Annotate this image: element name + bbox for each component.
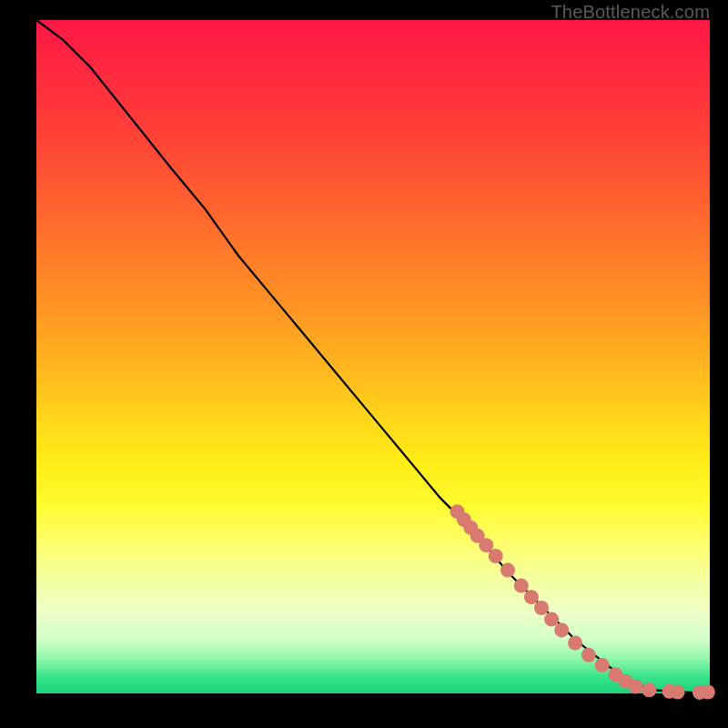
data-marker xyxy=(701,685,715,700)
curve-path xyxy=(36,20,710,693)
data-marker xyxy=(581,648,596,662)
data-marker xyxy=(500,563,515,578)
data-marker xyxy=(568,636,582,651)
plot-area xyxy=(36,20,710,693)
data-marker xyxy=(629,680,643,694)
data-marker xyxy=(642,682,656,697)
markers-group xyxy=(450,504,715,700)
data-marker xyxy=(489,549,503,563)
data-marker xyxy=(595,658,610,672)
data-marker xyxy=(670,685,684,700)
data-marker xyxy=(554,622,569,637)
data-marker xyxy=(534,601,549,615)
chart-svg xyxy=(36,20,710,693)
data-marker xyxy=(544,612,559,627)
chart-frame: TheBottleneck.com xyxy=(0,0,728,728)
data-marker xyxy=(524,590,539,604)
data-marker xyxy=(514,579,529,593)
